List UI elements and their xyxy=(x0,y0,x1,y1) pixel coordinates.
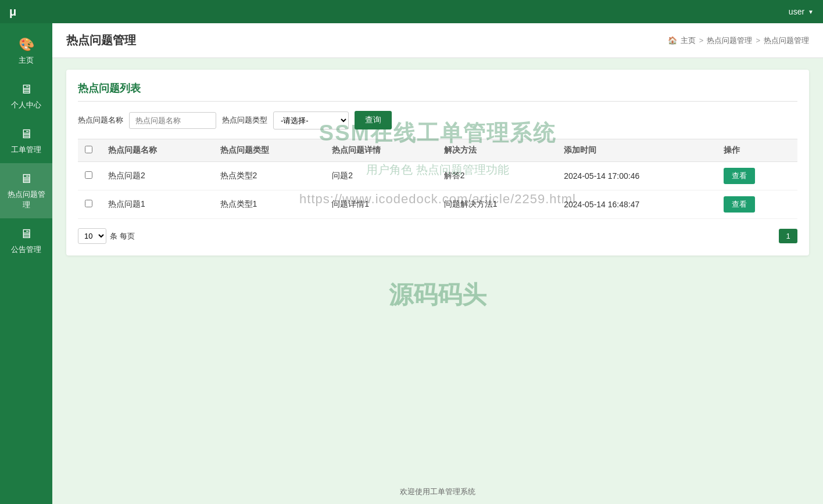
sidebar-item-announcements[interactable]: 🖥 公告管理 xyxy=(0,218,52,263)
filter-type-select[interactable]: -请选择- 热点类型1 热点类型2 xyxy=(273,111,349,129)
filter-type-label: 热点问题类型 xyxy=(222,115,267,125)
hot-issues-card: 热点问题列表 热点问题名称 热点问题类型 -请选择- 热点类型1 热点类型2 查… xyxy=(66,70,809,255)
pagination-buttons: 1 xyxy=(779,229,797,243)
filter-name-input[interactable] xyxy=(129,112,216,129)
home-breadcrumb-icon: 🏠 xyxy=(668,36,677,45)
row-solution-1: 问题解决方法1 xyxy=(437,190,557,219)
row-detail-0: 问题2 xyxy=(325,162,437,190)
view-button-0[interactable]: 查看 xyxy=(724,168,755,184)
page-btn-1[interactable]: 1 xyxy=(779,229,797,243)
sidebar-item-orders[interactable]: 🖥 工单管理 xyxy=(0,118,52,163)
main-content: 热点问题列表 热点问题名称 热点问题类型 -请选择- 热点类型1 热点类型2 查… xyxy=(52,58,823,480)
per-page-label: 条 每页 xyxy=(110,231,135,242)
breadcrumb-home: 主页 xyxy=(681,35,696,46)
col-name: 热点问题名称 xyxy=(101,139,213,162)
watermark-source: 源码码头 xyxy=(66,255,809,323)
row-time-0: 2024-05-14 17:00:46 xyxy=(557,162,717,190)
monitor-icon: 🖥 xyxy=(20,82,33,97)
breadcrumb-sep-1: > xyxy=(699,36,704,45)
footer: 欢迎使用工单管理系统 xyxy=(52,480,823,504)
card-title: 热点问题列表 xyxy=(78,81,797,102)
col-time: 添加时间 xyxy=(557,139,717,162)
content-area: 热点问题管理 🏠 主页 > 热点问题管理 > 热点问题管理 热点问题列表 热点问… xyxy=(52,23,823,504)
logo: μ xyxy=(9,5,16,19)
table-row: 热点问题2 热点类型2 问题2 解答2 2024-05-14 17:00:46 … xyxy=(78,162,797,190)
row-select-1[interactable] xyxy=(85,200,92,207)
pagination-row: 10 20 50 条 每页 1 xyxy=(78,228,797,244)
filter-row: 热点问题名称 热点问题类型 -请选择- 热点类型1 热点类型2 查询 xyxy=(78,111,797,129)
row-time-1: 2024-05-14 16:48:47 xyxy=(557,190,717,219)
sidebar-item-label: 个人中心 xyxy=(11,100,41,110)
main-layout: 🎨 主页 🖥 个人中心 🖥 工单管理 🖥 热点问题管理 🖥 公告管理 热点问题管… xyxy=(0,23,823,504)
sidebar-item-profile[interactable]: 🖥 个人中心 xyxy=(0,74,52,118)
sidebar-item-hotissues[interactable]: 🖥 热点问题管理 xyxy=(0,163,52,218)
row-solution-0: 解答2 xyxy=(437,162,557,190)
sidebar-item-label: 主页 xyxy=(19,55,34,66)
table-header-row: 热点问题名称 热点问题类型 热点问题详情 解决方法 添加时间 操作 xyxy=(78,139,797,162)
col-detail: 热点问题详情 xyxy=(325,139,437,162)
table-row: 热点问题1 热点类型1 问题详情1 问题解决方法1 2024-05-14 16:… xyxy=(78,190,797,219)
row-select-0[interactable] xyxy=(85,171,92,179)
monitor-icon-2: 🖥 xyxy=(20,127,33,142)
row-action-0: 查看 xyxy=(717,162,797,190)
search-button[interactable]: 查询 xyxy=(355,111,392,129)
sidebar-item-label: 热点问题管理 xyxy=(6,189,46,210)
hot-issues-table: 热点问题名称 热点问题类型 热点问题详情 解决方法 添加时间 操作 热点问 xyxy=(78,139,797,219)
breadcrumb-level1: 热点问题管理 xyxy=(707,35,752,46)
col-action: 操作 xyxy=(717,139,797,162)
row-checkbox-1 xyxy=(78,190,101,219)
filter-name-label: 热点问题名称 xyxy=(78,115,123,125)
chevron-down-icon: ▼ xyxy=(808,9,814,15)
row-name-1: 热点问题1 xyxy=(101,190,213,219)
card-wrapper: 热点问题列表 热点问题名称 热点问题类型 -请选择- 热点类型1 热点类型2 查… xyxy=(66,70,809,255)
breadcrumb-sep-2: > xyxy=(756,36,760,45)
monitor-icon-3: 🖥 xyxy=(20,171,33,186)
top-navbar: μ user ▼ xyxy=(0,0,823,23)
home-icon: 🎨 xyxy=(19,37,34,52)
sidebar-item-label: 公告管理 xyxy=(11,244,41,255)
monitor-icon-4: 🖥 xyxy=(20,226,33,242)
view-button-1[interactable]: 查看 xyxy=(724,196,755,213)
sidebar-item-label: 工单管理 xyxy=(11,145,41,155)
select-all-checkbox[interactable] xyxy=(85,146,92,153)
footer-text: 欢迎使用工单管理系统 xyxy=(400,487,475,496)
username-label: user xyxy=(789,7,804,16)
row-type-0: 热点类型2 xyxy=(213,162,325,190)
sidebar-item-home[interactable]: 🎨 主页 xyxy=(0,29,52,74)
page-header: 热点问题管理 🏠 主页 > 热点问题管理 > 热点问题管理 xyxy=(52,23,823,58)
breadcrumb: 🏠 主页 > 热点问题管理 > 热点问题管理 xyxy=(668,35,809,46)
col-solution: 解决方法 xyxy=(437,139,557,162)
per-page-wrap: 10 20 50 条 每页 xyxy=(78,228,135,244)
row-type-1: 热点类型1 xyxy=(213,190,325,219)
row-name-0: 热点问题2 xyxy=(101,162,213,190)
row-detail-1: 问题详情1 xyxy=(325,190,437,219)
user-menu[interactable]: user ▼ xyxy=(789,7,814,16)
breadcrumb-level2: 热点问题管理 xyxy=(764,35,809,46)
sidebar: 🎨 主页 🖥 个人中心 🖥 工单管理 🖥 热点问题管理 🖥 公告管理 xyxy=(0,23,52,504)
table-header-checkbox xyxy=(78,139,101,162)
row-checkbox-0 xyxy=(78,162,101,190)
per-page-select[interactable]: 10 20 50 xyxy=(78,228,106,244)
page-title: 热点问题管理 xyxy=(66,33,136,48)
row-action-1: 查看 xyxy=(717,190,797,219)
col-type: 热点问题类型 xyxy=(213,139,325,162)
